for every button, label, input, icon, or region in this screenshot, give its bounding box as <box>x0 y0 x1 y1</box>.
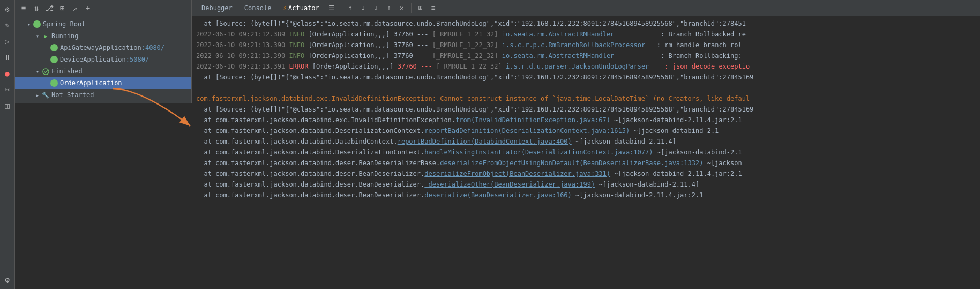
log-line: 2022-06-10 09:21:13.390 INFO [OrderAppli… <box>196 50 976 61</box>
sidebar-item-label: ApiGatewayApplication <box>60 44 141 51</box>
spring-boot-icon <box>33 20 41 28</box>
main-panel: Debugger Console ⚡ Actuator ☰ ↑ ↓ ⇓ ⇑ ✕ … <box>192 0 980 289</box>
sidebar-item-order-app[interactable]: ▾ OrderApplication <box>15 77 191 89</box>
log-line: at [Source: (byte[])"{"@class":"io.seata… <box>196 18 976 29</box>
tab-console[interactable]: Console <box>239 3 277 13</box>
separator <box>341 3 341 13</box>
log-app: [OrderApplication,,,] <box>309 41 390 49</box>
gear-icon[interactable]: ⚙ <box>2 274 13 286</box>
log-level: INFO <box>289 31 304 38</box>
log-thread: [_RMROLE_1_21_32] <box>432 31 498 38</box>
log-level: ERROR <box>289 63 308 70</box>
sidebar-item-label: Not Started <box>51 91 94 99</box>
edit-icon[interactable]: ✎ <box>2 19 13 31</box>
sidebar-toolbar: ≡ ⇅ ⎇ ⊞ ↗ + <box>15 0 191 16</box>
log-link[interactable]: deserialize(BeanDeserializer.java:166) <box>424 191 572 199</box>
log-level: INFO <box>289 41 304 49</box>
log-app: [OrderApplication,,,] <box>309 31 390 38</box>
sidebar: ≡ ⇅ ⎇ ⊞ ↗ + ▾ Spring Boot ▾ R <box>15 0 192 289</box>
log-line-blank <box>196 83 976 93</box>
list-icon[interactable]: ≡ <box>428 2 439 14</box>
sidebar-item-label: OrderApplication <box>60 79 122 87</box>
log-timestamp: 2022-06-10 09:21:12.389 <box>196 31 285 38</box>
log-level: INFO <box>289 52 304 60</box>
log-line: at com.fasterxml.jackson.databind.deser.… <box>196 168 976 179</box>
scroll-down-icon[interactable]: ↓ <box>357 2 369 14</box>
finished-icon <box>42 68 49 75</box>
sidebar-item-running[interactable]: ▾ Running <box>15 30 191 42</box>
clear-icon[interactable]: ✕ <box>396 2 408 14</box>
profile-icon[interactable]: ◫ <box>2 100 13 112</box>
sidebar-item-label: Running <box>51 32 79 40</box>
spring-icon <box>50 79 58 87</box>
sidebar-toolbar-icon-4[interactable]: ⊞ <box>57 3 68 13</box>
log-app: [OrderApplication,,,] <box>312 63 394 70</box>
chevron-down-icon: ▾ <box>26 21 32 27</box>
sidebar-toolbar-icon-5[interactable]: ↗ <box>70 3 80 13</box>
scroll-top-icon[interactable]: ⇑ <box>383 2 395 14</box>
run-icon[interactable]: ▷ <box>2 35 13 47</box>
sidebar-toolbar-icon-1[interactable]: ≡ <box>18 3 29 13</box>
scroll-bottom-icon[interactable]: ⇓ <box>370 2 382 14</box>
pause-icon[interactable]: ⏸ <box>2 51 13 63</box>
scroll-up-icon[interactable]: ↑ <box>345 2 356 14</box>
sidebar-item-not-started[interactable]: ▸ 🔧 Not Started <box>15 89 191 101</box>
sidebar-item-label: Finished <box>51 68 83 75</box>
main-toolbar: Debugger Console ⚡ Actuator ☰ ↑ ↓ ⇓ ⇑ ✕ … <box>192 0 980 16</box>
sidebar-item-api-gateway[interactable]: ▾ ApiGatewayApplication :4080/ <box>15 42 191 54</box>
settings-icon[interactable]: ⚙ <box>2 3 13 15</box>
log-timestamp: 2022-06-10 09:21:13.390 <box>196 52 285 60</box>
chevron-down-icon: ▾ <box>34 68 41 75</box>
sidebar-toolbar-icon-3[interactable]: ⎇ <box>44 3 55 13</box>
port-label: :5080/ <box>126 56 149 63</box>
sidebar-toolbar-add[interactable]: + <box>83 3 93 13</box>
log-line: at com.fasterxml.jackson.databind.Deseri… <box>196 125 976 136</box>
left-icon-strip: ⚙ ✎ ▷ ⏸ ● ✂ ◫ ⚙ <box>0 0 15 289</box>
log-timestamp: 2022-06-10 09:21:13.391 <box>196 63 285 70</box>
app-window: ⚙ ✎ ▷ ⏸ ● ✂ ◫ ⚙ ≡ ⇅ ⎇ ⊞ ↗ + ▾ <box>0 0 980 289</box>
sidebar-tree: ▾ Spring Boot ▾ Running ▾ ApiGatewayAppl… <box>15 16 191 103</box>
log-line: 2022-06-10 09:21:13.391 ERROR [OrderAppl… <box>196 61 976 72</box>
spring-icon <box>50 44 58 51</box>
log-line: 2022-06-10 09:21:13.390 INFO [OrderAppli… <box>196 40 976 50</box>
log-link[interactable]: deserializeFromObjectUsingNonDefault(Bea… <box>440 159 703 167</box>
log-logger: io.seata.rm.AbstractRMHandler <box>502 52 657 60</box>
log-link[interactable]: handleMissingInstantiator(Deserializatio… <box>424 149 653 156</box>
sidebar-item-finished[interactable]: ▾ Finished <box>15 65 191 77</box>
log-link[interactable]: reportBadDefinition(DatabindContext.java… <box>398 138 572 145</box>
log-logger: io.seata.rm.AbstractRMHandler <box>502 31 657 38</box>
log-line: at com.fasterxml.jackson.databind.deser.… <box>196 179 976 190</box>
record-icon[interactable]: ● <box>2 68 13 79</box>
log-line: at com.fasterxml.jackson.databind.Databi… <box>196 136 976 147</box>
running-icon <box>42 32 49 40</box>
sidebar-panel: ≡ ⇅ ⎇ ⊞ ↗ + ▾ Spring Boot ▾ R <box>15 0 192 103</box>
log-line: at com.fasterxml.jackson.databind.exc.In… <box>196 115 976 125</box>
log-link[interactable]: reportBadDefinition(DeserializationConte… <box>424 127 630 135</box>
scissors-icon[interactable]: ✂ <box>2 84 13 95</box>
log-link[interactable]: from(InvalidDefinitionException.java:67) <box>455 116 610 124</box>
sidebar-item-label: Spring Boot <box>43 20 85 28</box>
sidebar-item-spring-boot[interactable]: ▾ Spring Boot <box>15 18 191 30</box>
sidebar-item-device-app[interactable]: ▾ DeviceApplication :5080/ <box>15 54 191 65</box>
chevron-right-icon: ▸ <box>34 92 41 98</box>
log-logger: i.s.c.r.p.c.RmBranchRollbackProcessor <box>502 41 653 49</box>
actuator-icon: ⚡ <box>283 4 287 11</box>
table-icon[interactable]: ⊞ <box>415 2 427 14</box>
log-timestamp: 2022-06-10 09:21:13.390 <box>196 41 285 49</box>
sidebar-item-label: DeviceApplication <box>60 56 126 63</box>
chevron-down-icon: ▾ <box>34 33 41 39</box>
log-line: 2022-06-10 09:21:12.389 INFO [OrderAppli… <box>196 29 976 40</box>
log-link[interactable]: _deserializeOther(BeanDeserializer.java:… <box>424 181 595 188</box>
tab-actuator[interactable]: ⚡ Actuator <box>278 3 324 13</box>
log-link[interactable]: deserializeFromObject(BeanDeserializer.j… <box>424 170 610 177</box>
log-thread: [_RMROLE_1_22_32] <box>436 63 502 70</box>
wrench-icon: 🔧 <box>42 91 49 99</box>
log-logger: i.s.r.d.u.parser.JacksonUndoLogParser <box>506 63 661 70</box>
menu-icon[interactable]: ☰ <box>326 2 338 14</box>
log-line: at [Source: (byte[])"{"@class":"io.seata… <box>196 104 976 115</box>
sidebar-toolbar-icon-2[interactable]: ⇅ <box>31 3 42 13</box>
log-line: at com.fasterxml.jackson.databind.deser.… <box>196 158 976 168</box>
log-line-exception: com.fasterxml.jackson.databind.exc.Inval… <box>196 93 976 104</box>
tab-debugger[interactable]: Debugger <box>196 3 238 13</box>
separator <box>411 3 412 13</box>
